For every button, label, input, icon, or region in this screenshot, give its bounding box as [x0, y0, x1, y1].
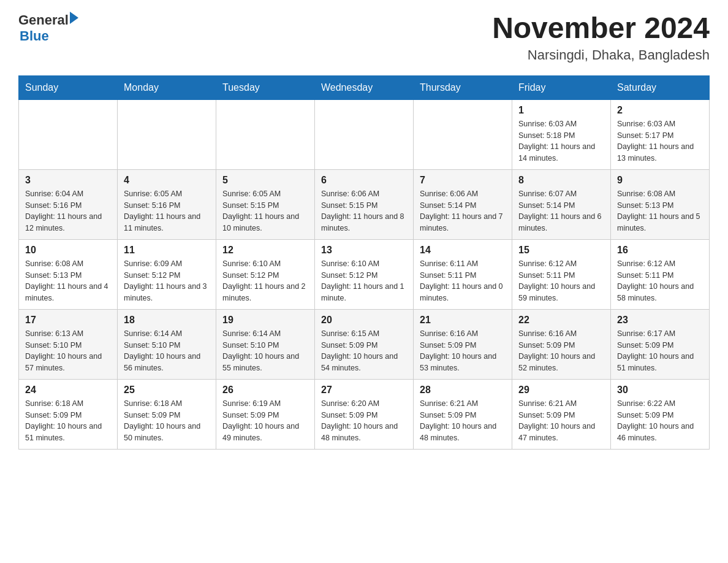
weekday-header-monday: Monday [118, 75, 216, 99]
calendar-week-1: 1Sunrise: 6:03 AM Sunset: 5:18 PM Daylig… [19, 99, 710, 169]
cell-sun-info: Sunrise: 6:14 AM Sunset: 5:10 PM Dayligh… [222, 328, 308, 374]
day-number: 24 [25, 385, 111, 396]
calendar-cell: 20Sunrise: 6:15 AM Sunset: 5:09 PM Dayli… [315, 309, 414, 379]
calendar-cell: 30Sunrise: 6:22 AM Sunset: 5:09 PM Dayli… [611, 379, 710, 449]
calendar-cell [216, 99, 315, 169]
calendar-week-5: 24Sunrise: 6:18 AM Sunset: 5:09 PM Dayli… [19, 379, 710, 449]
calendar-cell: 15Sunrise: 6:12 AM Sunset: 5:11 PM Dayli… [512, 239, 611, 309]
calendar-cell: 1Sunrise: 6:03 AM Sunset: 5:18 PM Daylig… [512, 99, 611, 169]
cell-sun-info: Sunrise: 6:12 AM Sunset: 5:11 PM Dayligh… [518, 258, 604, 304]
cell-sun-info: Sunrise: 6:17 AM Sunset: 5:09 PM Dayligh… [617, 328, 703, 374]
weekday-header-sunday: Sunday [19, 75, 118, 99]
day-number: 30 [617, 385, 703, 396]
day-number: 5 [222, 175, 308, 186]
calendar-cell: 4Sunrise: 6:05 AM Sunset: 5:16 PM Daylig… [118, 169, 216, 239]
cell-sun-info: Sunrise: 6:03 AM Sunset: 5:17 PM Dayligh… [617, 118, 703, 164]
day-number: 10 [25, 245, 111, 256]
calendar-cell: 21Sunrise: 6:16 AM Sunset: 5:09 PM Dayli… [414, 309, 512, 379]
calendar-week-4: 17Sunrise: 6:13 AM Sunset: 5:10 PM Dayli… [19, 309, 710, 379]
location-title: Narsingdi, Dhaka, Bangladesh [492, 47, 710, 63]
cell-sun-info: Sunrise: 6:15 AM Sunset: 5:09 PM Dayligh… [321, 328, 407, 374]
weekday-header-saturday: Saturday [611, 75, 710, 99]
logo-arrow-icon [70, 12, 78, 24]
day-number: 1 [518, 105, 604, 116]
day-number: 11 [124, 245, 210, 256]
cell-sun-info: Sunrise: 6:03 AM Sunset: 5:18 PM Dayligh… [518, 118, 604, 164]
day-number: 16 [617, 245, 703, 256]
calendar-cell: 10Sunrise: 6:08 AM Sunset: 5:13 PM Dayli… [19, 239, 118, 309]
calendar-cell: 11Sunrise: 6:09 AM Sunset: 5:12 PM Dayli… [118, 239, 216, 309]
calendar-cell [118, 99, 216, 169]
calendar-cell: 17Sunrise: 6:13 AM Sunset: 5:10 PM Dayli… [19, 309, 118, 379]
cell-sun-info: Sunrise: 6:21 AM Sunset: 5:09 PM Dayligh… [420, 398, 506, 444]
calendar-cell: 26Sunrise: 6:19 AM Sunset: 5:09 PM Dayli… [216, 379, 315, 449]
weekday-header-thursday: Thursday [414, 75, 512, 99]
calendar-cell: 12Sunrise: 6:10 AM Sunset: 5:12 PM Dayli… [216, 239, 315, 309]
day-number: 17 [25, 315, 111, 326]
cell-sun-info: Sunrise: 6:13 AM Sunset: 5:10 PM Dayligh… [25, 328, 111, 374]
cell-sun-info: Sunrise: 6:12 AM Sunset: 5:11 PM Dayligh… [617, 258, 703, 304]
cell-sun-info: Sunrise: 6:05 AM Sunset: 5:15 PM Dayligh… [222, 188, 308, 234]
calendar-cell: 14Sunrise: 6:11 AM Sunset: 5:11 PM Dayli… [414, 239, 512, 309]
cell-sun-info: Sunrise: 6:18 AM Sunset: 5:09 PM Dayligh… [124, 398, 210, 444]
cell-sun-info: Sunrise: 6:11 AM Sunset: 5:11 PM Dayligh… [420, 258, 506, 304]
cell-sun-info: Sunrise: 6:20 AM Sunset: 5:09 PM Dayligh… [321, 398, 407, 444]
day-number: 15 [518, 245, 604, 256]
title-section: November 2024 Narsingdi, Dhaka, Banglade… [492, 12, 710, 63]
day-number: 28 [420, 385, 506, 396]
month-title: November 2024 [492, 12, 710, 45]
weekday-header-tuesday: Tuesday [216, 75, 315, 99]
cell-sun-info: Sunrise: 6:06 AM Sunset: 5:14 PM Dayligh… [420, 188, 506, 234]
calendar-cell: 16Sunrise: 6:12 AM Sunset: 5:11 PM Dayli… [611, 239, 710, 309]
calendar-cell: 3Sunrise: 6:04 AM Sunset: 5:16 PM Daylig… [19, 169, 118, 239]
cell-sun-info: Sunrise: 6:05 AM Sunset: 5:16 PM Dayligh… [124, 188, 210, 234]
cell-sun-info: Sunrise: 6:21 AM Sunset: 5:09 PM Dayligh… [518, 398, 604, 444]
calendar-cell: 13Sunrise: 6:10 AM Sunset: 5:12 PM Dayli… [315, 239, 414, 309]
day-number: 19 [222, 315, 308, 326]
calendar-cell: 2Sunrise: 6:03 AM Sunset: 5:17 PM Daylig… [611, 99, 710, 169]
day-number: 14 [420, 245, 506, 256]
calendar-cell: 22Sunrise: 6:16 AM Sunset: 5:09 PM Dayli… [512, 309, 611, 379]
cell-sun-info: Sunrise: 6:19 AM Sunset: 5:09 PM Dayligh… [222, 398, 308, 444]
calendar-cell: 9Sunrise: 6:08 AM Sunset: 5:13 PM Daylig… [611, 169, 710, 239]
calendar-cell: 18Sunrise: 6:14 AM Sunset: 5:10 PM Dayli… [118, 309, 216, 379]
cell-sun-info: Sunrise: 6:08 AM Sunset: 5:13 PM Dayligh… [617, 188, 703, 234]
day-number: 6 [321, 175, 407, 186]
day-number: 3 [25, 175, 111, 186]
logo-blue: Blue [20, 28, 49, 44]
day-number: 2 [617, 105, 703, 116]
calendar-week-3: 10Sunrise: 6:08 AM Sunset: 5:13 PM Dayli… [19, 239, 710, 309]
cell-sun-info: Sunrise: 6:09 AM Sunset: 5:12 PM Dayligh… [124, 258, 210, 304]
day-number: 26 [222, 385, 308, 396]
calendar-cell: 29Sunrise: 6:21 AM Sunset: 5:09 PM Dayli… [512, 379, 611, 449]
day-number: 18 [124, 315, 210, 326]
cell-sun-info: Sunrise: 6:18 AM Sunset: 5:09 PM Dayligh… [25, 398, 111, 444]
calendar-cell: 19Sunrise: 6:14 AM Sunset: 5:10 PM Dayli… [216, 309, 315, 379]
day-number: 7 [420, 175, 506, 186]
calendar-cell: 25Sunrise: 6:18 AM Sunset: 5:09 PM Dayli… [118, 379, 216, 449]
day-number: 13 [321, 245, 407, 256]
day-number: 4 [124, 175, 210, 186]
cell-sun-info: Sunrise: 6:10 AM Sunset: 5:12 PM Dayligh… [321, 258, 407, 304]
weekday-header-row: SundayMondayTuesdayWednesdayThursdayFrid… [19, 75, 710, 99]
calendar-cell: 6Sunrise: 6:06 AM Sunset: 5:15 PM Daylig… [315, 169, 414, 239]
logo-general: General [18, 12, 69, 28]
weekday-header-wednesday: Wednesday [315, 75, 414, 99]
calendar-cell: 28Sunrise: 6:21 AM Sunset: 5:09 PM Dayli… [414, 379, 512, 449]
cell-sun-info: Sunrise: 6:14 AM Sunset: 5:10 PM Dayligh… [124, 328, 210, 374]
weekday-header-friday: Friday [512, 75, 611, 99]
calendar-cell: 23Sunrise: 6:17 AM Sunset: 5:09 PM Dayli… [611, 309, 710, 379]
cell-sun-info: Sunrise: 6:16 AM Sunset: 5:09 PM Dayligh… [420, 328, 506, 374]
day-number: 22 [518, 315, 604, 326]
day-number: 20 [321, 315, 407, 326]
calendar-cell: 27Sunrise: 6:20 AM Sunset: 5:09 PM Dayli… [315, 379, 414, 449]
day-number: 21 [420, 315, 506, 326]
cell-sun-info: Sunrise: 6:16 AM Sunset: 5:09 PM Dayligh… [518, 328, 604, 374]
page-header: General Blue November 2024 Narsingdi, Dh… [18, 12, 710, 63]
day-number: 27 [321, 385, 407, 396]
cell-sun-info: Sunrise: 6:04 AM Sunset: 5:16 PM Dayligh… [25, 188, 111, 234]
calendar-cell: 7Sunrise: 6:06 AM Sunset: 5:14 PM Daylig… [414, 169, 512, 239]
cell-sun-info: Sunrise: 6:10 AM Sunset: 5:12 PM Dayligh… [222, 258, 308, 304]
day-number: 8 [518, 175, 604, 186]
calendar-cell: 8Sunrise: 6:07 AM Sunset: 5:14 PM Daylig… [512, 169, 611, 239]
